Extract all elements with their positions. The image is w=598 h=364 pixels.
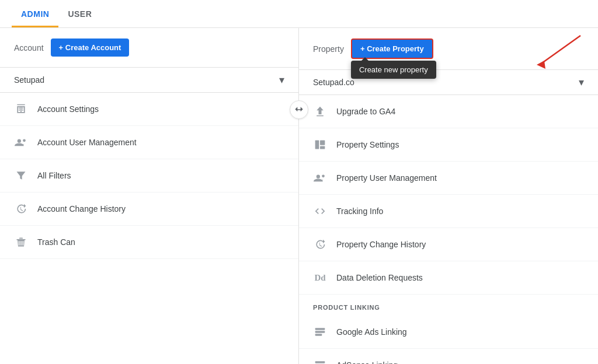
all-filters-label: All Filters — [37, 171, 71, 180]
transfer-button[interactable] — [290, 100, 308, 119]
tracking-info-label: Tracking Info — [336, 206, 383, 216]
code-icon — [313, 204, 327, 218]
svg-rect-9 — [315, 328, 325, 330]
users-icon — [14, 135, 28, 149]
menu-item-tracking-info[interactable]: Tracking Info — [299, 195, 598, 228]
left-panel: Account + Create Account Setupad ▾ Accou… — [0, 28, 299, 364]
property-users-icon — [313, 171, 327, 185]
filter-icon — [14, 169, 28, 183]
property-user-management-label: Property User Management — [336, 173, 437, 183]
google-ads-label: Google Ads Linking — [336, 327, 407, 337]
svg-rect-12 — [315, 361, 325, 363]
ads-icon — [313, 325, 327, 339]
property-dropdown-arrow-icon: ▾ — [579, 76, 584, 89]
building-icon — [14, 102, 28, 116]
menu-item-all-filters[interactable]: All Filters — [0, 159, 298, 192]
menu-item-account-user-management[interactable]: Account User Management — [0, 126, 298, 159]
dd-icon: Dd — [313, 271, 327, 285]
account-user-management-label: Account User Management — [37, 138, 137, 147]
account-dropdown[interactable]: Setupad ▾ — [14, 74, 284, 86]
create-property-button[interactable]: + Create Property — [351, 38, 433, 59]
svg-point-8 — [322, 175, 325, 178]
account-dropdown-value: Setupad — [14, 75, 44, 85]
menu-item-account-change-history[interactable]: Account Change History — [0, 192, 298, 226]
account-settings-label: Account Settings — [37, 104, 99, 114]
tab-admin[interactable]: ADMIN — [12, 1, 58, 27]
svg-point-1 — [23, 139, 26, 142]
adsense-label: AdSense Linking — [336, 360, 398, 364]
svg-point-7 — [317, 175, 320, 178]
svg-rect-6 — [320, 146, 325, 149]
account-dropdown-arrow-icon: ▾ — [279, 74, 284, 86]
trash-icon — [14, 235, 28, 249]
left-panel-header: Account + Create Account — [0, 28, 298, 68]
adsense-icon — [313, 358, 327, 364]
account-label: Account — [14, 43, 44, 52]
property-change-history-label: Property Change History — [336, 240, 426, 249]
property-label: Property — [313, 44, 344, 54]
right-panel: Property + Create Property Create new pr… — [299, 28, 598, 364]
property-history-icon — [313, 237, 327, 251]
main-container: Account + Create Account Setupad ▾ Accou… — [0, 28, 598, 364]
upgrade-icon — [313, 104, 327, 118]
property-dropdown-row: Setupad.co ▾ — [299, 70, 598, 95]
menu-item-upgrade-ga4[interactable]: Upgrade to GA4 — [299, 95, 598, 128]
create-property-tooltip: Create new property — [351, 61, 436, 79]
product-linking-header: PRODUCT LINKING — [299, 295, 598, 316]
property-settings-icon — [313, 138, 327, 152]
menu-item-trash-can[interactable]: Trash Can — [0, 226, 298, 259]
svg-rect-4 — [315, 141, 319, 149]
svg-rect-5 — [320, 141, 325, 145]
menu-item-account-settings[interactable]: Account Settings — [0, 93, 298, 126]
top-nav: ADMIN USER — [0, 0, 598, 28]
menu-item-data-deletion[interactable]: Dd Data Deletion Requests — [299, 261, 598, 295]
right-panel-header: Property + Create Property Create new pr… — [299, 28, 598, 70]
property-settings-label: Property Settings — [336, 140, 399, 149]
history-icon — [14, 202, 28, 216]
menu-item-property-change-history[interactable]: Property Change History — [299, 228, 598, 261]
menu-item-google-ads[interactable]: Google Ads Linking — [299, 316, 598, 349]
menu-item-property-user-management[interactable]: Property User Management — [299, 162, 598, 195]
menu-item-adsense[interactable]: AdSense Linking — [299, 349, 598, 364]
svg-point-0 — [18, 139, 21, 143]
svg-rect-11 — [315, 334, 322, 335]
data-deletion-label: Data Deletion Requests — [336, 273, 423, 282]
upgrade-ga4-label: Upgrade to GA4 — [336, 107, 395, 116]
menu-item-property-settings[interactable]: Property Settings — [299, 128, 598, 162]
property-dropdown-value: Setupad.co — [313, 78, 354, 87]
create-property-wrapper: + Create Property Create new property — [351, 38, 433, 59]
account-change-history-label: Account Change History — [37, 204, 126, 214]
tab-user[interactable]: USER — [58, 1, 101, 27]
svg-rect-10 — [315, 331, 325, 332]
create-account-button[interactable]: + Create Account — [51, 38, 130, 57]
trash-can-label: Trash Can — [37, 237, 75, 247]
account-dropdown-row: Setupad ▾ — [0, 68, 298, 93]
